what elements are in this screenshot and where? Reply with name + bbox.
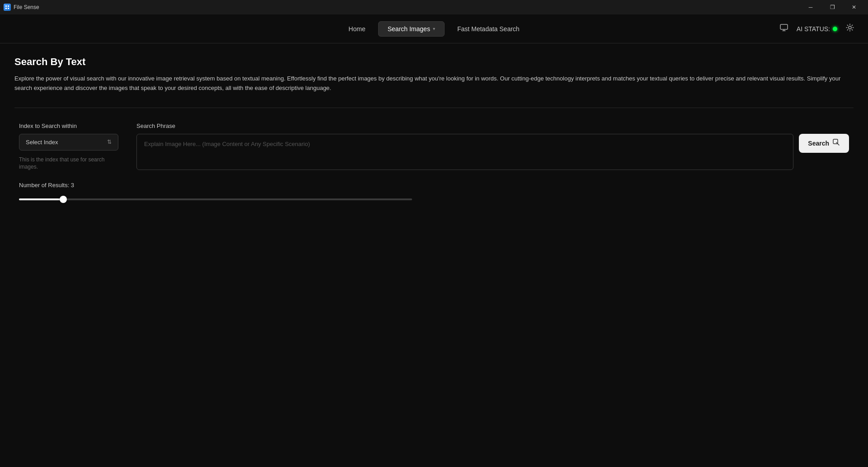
monitor-icon-button[interactable]	[777, 20, 791, 37]
index-select[interactable]: Select Index ⇅	[19, 134, 118, 151]
svg-rect-3	[8, 8, 9, 9]
search-phrase-label: Search Phrase	[136, 123, 849, 129]
search-icon	[833, 139, 840, 147]
svg-rect-4	[780, 24, 788, 29]
restore-button[interactable]: ❐	[822, 0, 843, 14]
results-section: Number of Results: 3	[14, 182, 854, 202]
close-button[interactable]: ✕	[844, 0, 864, 14]
nav-right: AI STATUS:	[777, 20, 857, 37]
minimize-button[interactable]: ─	[800, 0, 821, 14]
main-content: Search By Text Explore the power of visu…	[0, 43, 868, 215]
svg-point-7	[849, 26, 851, 29]
results-slider[interactable]	[19, 198, 412, 200]
svg-rect-0	[5, 5, 7, 7]
chevron-down-icon: ▾	[433, 26, 435, 31]
index-hint: This is the index that use for search im…	[19, 156, 109, 171]
nav-search-images[interactable]: Search Images ▾	[378, 21, 445, 37]
page-title: Search By Text	[14, 56, 854, 68]
title-bar: File Sense ─ ❐ ✕	[0, 0, 868, 14]
top-nav: Home Search Images ▾ Fast Metadata Searc…	[0, 14, 868, 43]
search-form: Index to Search within Select Index ⇅ Th…	[14, 123, 854, 171]
title-bar-controls: ─ ❐ ✕	[800, 0, 864, 14]
nav-home[interactable]: Home	[339, 22, 374, 36]
ai-status: AI STATUS:	[797, 25, 837, 33]
svg-rect-1	[8, 5, 9, 7]
search-row: Search	[136, 134, 849, 170]
title-bar-left: File Sense	[4, 4, 39, 11]
app-title: File Sense	[14, 4, 39, 10]
settings-icon-button[interactable]	[843, 20, 857, 37]
results-label: Number of Results: 3	[19, 182, 849, 189]
divider	[14, 108, 854, 108]
search-button[interactable]: Search	[799, 134, 849, 153]
select-value: Select Index	[26, 139, 58, 146]
nav-center: Home Search Images ▾ Fast Metadata Searc…	[339, 21, 528, 37]
chevron-down-icon: ⇅	[107, 139, 112, 145]
index-section: Index to Search within Select Index ⇅ Th…	[19, 123, 118, 171]
ai-status-indicator	[833, 27, 837, 31]
search-phrase-section: Search Phrase Search	[136, 123, 849, 170]
page-description: Explore the power of visual search with …	[14, 74, 850, 93]
index-label: Index to Search within	[19, 123, 118, 129]
nav-fast-metadata[interactable]: Fast Metadata Search	[448, 22, 529, 36]
app-icon	[4, 4, 11, 11]
slider-container	[19, 194, 412, 202]
svg-rect-2	[5, 8, 7, 9]
search-input[interactable]	[136, 134, 793, 170]
